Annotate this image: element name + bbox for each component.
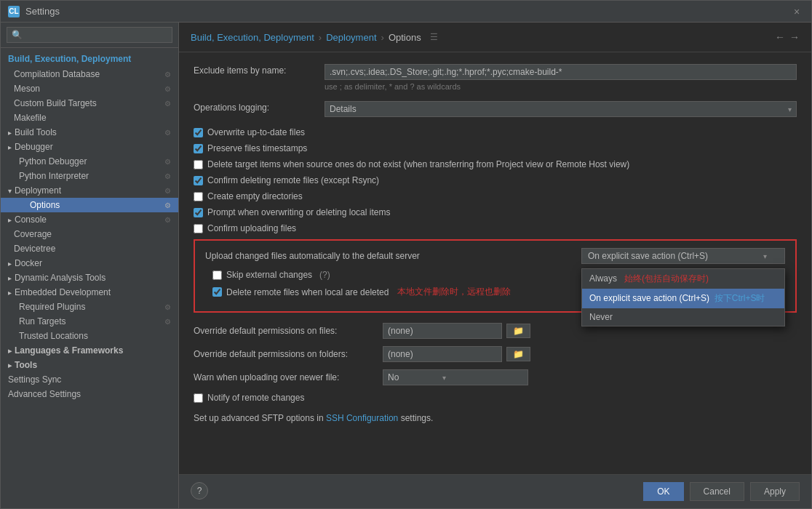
operations-label: Operations logging:	[194, 101, 325, 113]
exclude-control: use ; as delimiter, * and ? as wildcards	[325, 64, 797, 91]
sidebar-item-build-tools[interactable]: ▸ Build Tools ⚙	[1, 125, 178, 140]
help-icon: (?)	[319, 270, 330, 280]
sidebar-nav: Build, Execution, Deployment Compilation…	[1, 48, 178, 508]
checkbox-confirm-uploading[interactable]: Confirm uploading files	[194, 223, 797, 233]
dropdown-zh-label: 按下Ctrl+S时	[712, 293, 765, 303]
sidebar-item-devicetree[interactable]: Devicetree	[1, 241, 178, 256]
checkbox-delete-target[interactable]: Delete target items when source ones do …	[194, 159, 797, 169]
item-label: Deployment	[15, 185, 61, 196]
help-button[interactable]: ?	[191, 482, 208, 500]
expand-arrow: ▸	[8, 260, 12, 268]
item-label: Languages & Frameworks	[15, 345, 123, 356]
dropdown-item-on-explicit-save[interactable]: On explicit save action (Ctrl+S) 按下Ctrl+…	[582, 289, 784, 308]
confirm-uploading-checkbox[interactable]	[194, 224, 203, 233]
sidebar-item-tools[interactable]: ▸ Tools	[1, 358, 178, 372]
exclude-input[interactable]	[325, 64, 797, 80]
prompt-overwriting-checkbox[interactable]	[194, 208, 203, 217]
sidebar-item-advanced-settings[interactable]: Advanced Settings	[1, 387, 178, 401]
sidebar-item-embedded-development[interactable]: ▸ Embedded Development	[1, 285, 178, 300]
sidebar-item-python-interpreter[interactable]: Python Interpreter ⚙	[1, 169, 178, 183]
override-files-input[interactable]	[383, 323, 502, 339]
warn-value: No	[388, 372, 399, 382]
create-empty-dirs-checkbox[interactable]	[194, 192, 203, 201]
sidebar-item-docker[interactable]: ▸ Docker	[1, 256, 178, 270]
checkbox-notify[interactable]: Notify of remote changes	[194, 393, 797, 403]
overwrite-checkbox[interactable]	[194, 128, 203, 137]
warn-dropdown-arrow: ▾	[442, 374, 446, 382]
settings-icon: ⚙	[164, 85, 171, 93]
operations-control: Details ▾	[325, 101, 797, 117]
checkbox-overwrite[interactable]: Overwrite up-to-date files	[194, 127, 797, 137]
breadcrumb: Build, Execution, Deployment › Deploymen…	[179, 23, 811, 52]
item-label: Settings Sync	[8, 374, 61, 385]
item-label: Console	[15, 215, 47, 225]
override-folders-value: 📁	[383, 346, 530, 362]
sidebar-item-meson[interactable]: Meson ⚙	[1, 81, 178, 96]
create-empty-dirs-label: Create empty directories	[207, 191, 303, 201]
item-label: Python Interpreter	[19, 171, 89, 181]
item-label: Embedded Development	[15, 287, 111, 297]
sidebar-item-deployment[interactable]: ▾ Deployment ⚙	[1, 183, 178, 198]
sidebar-item-trusted-locations[interactable]: Trusted Locations	[1, 329, 178, 343]
breadcrumb-nav: ← →	[775, 31, 800, 43]
confirm-deleting-checkbox[interactable]	[194, 176, 203, 185]
search-input[interactable]	[7, 27, 172, 43]
warn-select[interactable]: No ▾	[383, 369, 528, 385]
sidebar-item-dynamic-analysis-tools[interactable]: ▸ Dynamic Analysis Tools	[1, 270, 178, 285]
delete-target-checkbox[interactable]	[194, 160, 203, 169]
skip-external-checkbox[interactable]	[212, 270, 222, 280]
dropdown-arrow: ▾	[788, 105, 792, 113]
dropdown-item-never[interactable]: Never	[582, 308, 784, 326]
warn-label: Warn when uploading over newer file:	[194, 372, 383, 382]
upload-select[interactable]: On explicit save action (Ctrl+S) ▾	[581, 248, 785, 264]
sidebar-item-console[interactable]: ▸ Console ⚙	[1, 212, 178, 227]
expand-arrow: ▸	[8, 289, 12, 297]
override-files-value: 📁	[383, 323, 530, 339]
checkbox-preserve-timestamps[interactable]: Preserve files timestamps	[194, 143, 797, 153]
sidebar-section-build-execution-deployment[interactable]: Build, Execution, Deployment	[1, 48, 178, 67]
upload-value: On explicit save action (Ctrl+S)	[588, 251, 708, 261]
warn-row: Warn when uploading over newer file: No …	[194, 369, 797, 385]
breadcrumb-item-build[interactable]: Build, Execution, Deployment	[191, 32, 314, 43]
item-label: Python Debugger	[19, 156, 87, 167]
sidebar-item-run-targets[interactable]: Run Targets ⚙	[1, 314, 178, 329]
notify-remote-checkbox[interactable]	[194, 393, 203, 403]
checkbox-prompt-overwriting[interactable]: Prompt when overwriting or deleting loca…	[194, 207, 797, 217]
dropdown-item-always[interactable]: Always 始终(包括自动保存时)	[582, 269, 784, 289]
ssh-config-link[interactable]: SSH Configuration	[326, 413, 398, 423]
override-folders-browse-button[interactable]: 📁	[506, 347, 530, 361]
sidebar-item-settings-sync[interactable]: Settings Sync	[1, 372, 178, 387]
exclude-label: Exclude items by name:	[194, 64, 325, 76]
sidebar-item-options[interactable]: Options ⚙	[1, 198, 178, 212]
delete-remote-checkbox[interactable]	[212, 287, 222, 297]
ssh-config-row: Set up advanced SFTP options in SSH Conf…	[194, 413, 797, 423]
dropdown-label: Never	[589, 312, 613, 322]
nav-forward-button[interactable]: →	[789, 31, 800, 43]
sidebar-item-custom-build-targets[interactable]: Custom Build Targets ⚙	[1, 96, 178, 111]
close-button[interactable]: ×	[789, 4, 804, 19]
nav-back-button[interactable]: ←	[775, 31, 785, 43]
settings-icon: ⚙	[164, 216, 171, 224]
sidebar-item-python-debugger[interactable]: Python Debugger ⚙	[1, 154, 178, 169]
sidebar-item-coverage[interactable]: Coverage	[1, 227, 178, 241]
cancel-button[interactable]: Cancel	[690, 482, 744, 501]
operations-select[interactable]: Details ▾	[325, 101, 797, 117]
sidebar-item-languages-frameworks[interactable]: ▸ Languages & Frameworks	[1, 343, 178, 358]
breadcrumb-item-deployment[interactable]: Deployment	[326, 32, 376, 43]
override-files-label: Override default permissions on files:	[194, 326, 383, 336]
notify-remote-label: Notify of remote changes	[207, 393, 304, 403]
sidebar-item-debugger[interactable]: ▸ Debugger	[1, 140, 178, 154]
checkbox-confirm-deleting[interactable]: Confirm deleting remote files (except Rs…	[194, 175, 797, 185]
footer: ? OK Cancel Apply	[179, 474, 811, 508]
override-files-browse-button[interactable]: 📁	[506, 324, 530, 338]
ok-button[interactable]: OK	[643, 482, 683, 501]
dropdown-label: Always	[589, 273, 617, 284]
apply-button[interactable]: Apply	[750, 482, 800, 501]
override-folders-input[interactable]	[383, 346, 502, 362]
settings-icon: ⚙	[164, 129, 171, 137]
sidebar-item-required-plugins[interactable]: Required Plugins ⚙	[1, 300, 178, 314]
sidebar-item-compilation-db[interactable]: Compilation Database ⚙	[1, 67, 178, 81]
sidebar-item-makefile[interactable]: Makefile	[1, 111, 178, 125]
checkbox-create-empty-dirs[interactable]: Create empty directories	[194, 191, 797, 201]
preserve-timestamps-checkbox[interactable]	[194, 144, 203, 153]
